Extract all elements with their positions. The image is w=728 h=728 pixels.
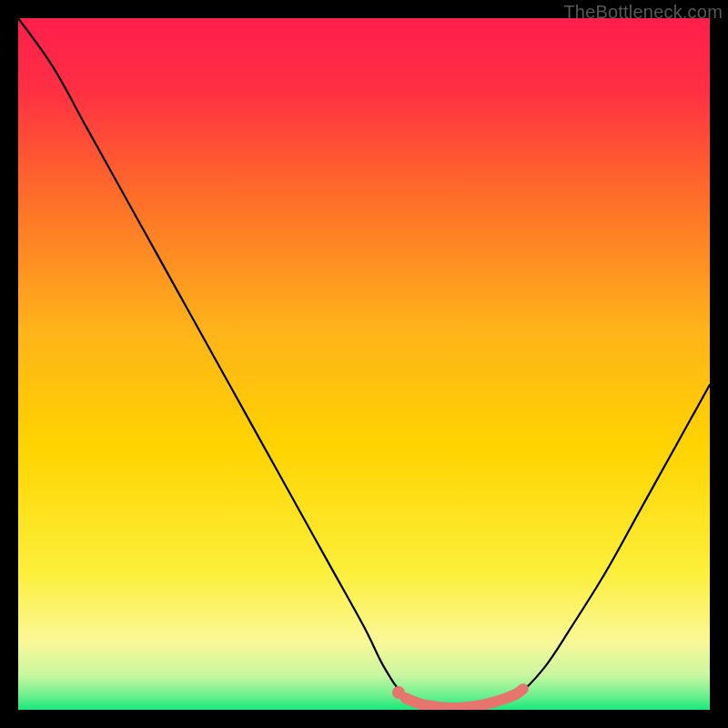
- chart-frame: [18, 18, 710, 710]
- watermark-text: TheBottleneck.com: [563, 2, 723, 23]
- bottleneck-chart: [18, 18, 710, 710]
- gradient-background: [18, 18, 710, 710]
- marker-point: [392, 686, 405, 699]
